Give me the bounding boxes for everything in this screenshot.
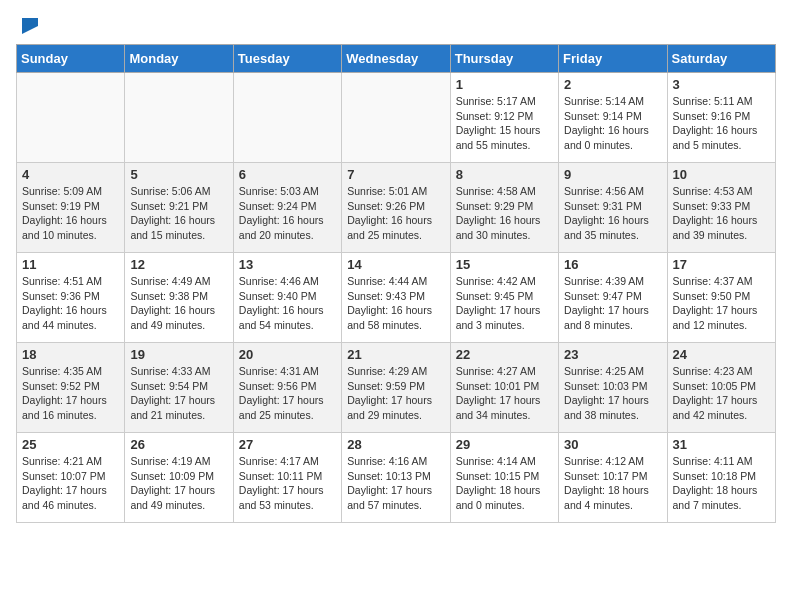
calendar-cell: 3Sunrise: 5:11 AM Sunset: 9:16 PM Daylig… (667, 73, 775, 163)
day-number: 19 (130, 347, 227, 362)
day-info: Sunrise: 4:53 AM Sunset: 9:33 PM Dayligh… (673, 184, 770, 243)
day-info: Sunrise: 4:27 AM Sunset: 10:01 PM Daylig… (456, 364, 553, 423)
day-info: Sunrise: 4:11 AM Sunset: 10:18 PM Daylig… (673, 454, 770, 513)
day-number: 23 (564, 347, 661, 362)
calendar-cell: 20Sunrise: 4:31 AM Sunset: 9:56 PM Dayli… (233, 343, 341, 433)
day-number: 10 (673, 167, 770, 182)
day-info: Sunrise: 4:14 AM Sunset: 10:15 PM Daylig… (456, 454, 553, 513)
day-info: Sunrise: 4:46 AM Sunset: 9:40 PM Dayligh… (239, 274, 336, 333)
weekday-header-friday: Friday (559, 45, 667, 73)
calendar-week-row: 18Sunrise: 4:35 AM Sunset: 9:52 PM Dayli… (17, 343, 776, 433)
day-info: Sunrise: 4:29 AM Sunset: 9:59 PM Dayligh… (347, 364, 444, 423)
day-number: 8 (456, 167, 553, 182)
calendar-cell: 22Sunrise: 4:27 AM Sunset: 10:01 PM Dayl… (450, 343, 558, 433)
calendar-cell: 1Sunrise: 5:17 AM Sunset: 9:12 PM Daylig… (450, 73, 558, 163)
day-number: 4 (22, 167, 119, 182)
calendar-cell: 29Sunrise: 4:14 AM Sunset: 10:15 PM Dayl… (450, 433, 558, 523)
calendar-table: SundayMondayTuesdayWednesdayThursdayFrid… (16, 44, 776, 523)
weekday-header-wednesday: Wednesday (342, 45, 450, 73)
calendar-cell: 9Sunrise: 4:56 AM Sunset: 9:31 PM Daylig… (559, 163, 667, 253)
calendar-cell: 11Sunrise: 4:51 AM Sunset: 9:36 PM Dayli… (17, 253, 125, 343)
calendar-cell: 30Sunrise: 4:12 AM Sunset: 10:17 PM Dayl… (559, 433, 667, 523)
day-number: 9 (564, 167, 661, 182)
weekday-header-tuesday: Tuesday (233, 45, 341, 73)
calendar-cell: 16Sunrise: 4:39 AM Sunset: 9:47 PM Dayli… (559, 253, 667, 343)
day-number: 5 (130, 167, 227, 182)
day-info: Sunrise: 4:33 AM Sunset: 9:54 PM Dayligh… (130, 364, 227, 423)
calendar-cell: 8Sunrise: 4:58 AM Sunset: 9:29 PM Daylig… (450, 163, 558, 253)
day-number: 29 (456, 437, 553, 452)
calendar-cell: 19Sunrise: 4:33 AM Sunset: 9:54 PM Dayli… (125, 343, 233, 433)
day-info: Sunrise: 4:23 AM Sunset: 10:05 PM Daylig… (673, 364, 770, 423)
day-number: 12 (130, 257, 227, 272)
day-info: Sunrise: 5:14 AM Sunset: 9:14 PM Dayligh… (564, 94, 661, 153)
day-info: Sunrise: 4:31 AM Sunset: 9:56 PM Dayligh… (239, 364, 336, 423)
calendar-cell: 5Sunrise: 5:06 AM Sunset: 9:21 PM Daylig… (125, 163, 233, 253)
calendar-week-row: 1Sunrise: 5:17 AM Sunset: 9:12 PM Daylig… (17, 73, 776, 163)
day-number: 27 (239, 437, 336, 452)
calendar-cell (233, 73, 341, 163)
weekday-header-thursday: Thursday (450, 45, 558, 73)
calendar-week-row: 11Sunrise: 4:51 AM Sunset: 9:36 PM Dayli… (17, 253, 776, 343)
day-number: 17 (673, 257, 770, 272)
calendar-cell: 26Sunrise: 4:19 AM Sunset: 10:09 PM Dayl… (125, 433, 233, 523)
calendar-cell: 2Sunrise: 5:14 AM Sunset: 9:14 PM Daylig… (559, 73, 667, 163)
calendar-cell (17, 73, 125, 163)
day-number: 15 (456, 257, 553, 272)
day-number: 13 (239, 257, 336, 272)
day-info: Sunrise: 5:11 AM Sunset: 9:16 PM Dayligh… (673, 94, 770, 153)
calendar-cell: 10Sunrise: 4:53 AM Sunset: 9:33 PM Dayli… (667, 163, 775, 253)
day-number: 25 (22, 437, 119, 452)
day-info: Sunrise: 5:17 AM Sunset: 9:12 PM Dayligh… (456, 94, 553, 153)
calendar-cell: 25Sunrise: 4:21 AM Sunset: 10:07 PM Dayl… (17, 433, 125, 523)
day-info: Sunrise: 4:58 AM Sunset: 9:29 PM Dayligh… (456, 184, 553, 243)
day-info: Sunrise: 4:12 AM Sunset: 10:17 PM Daylig… (564, 454, 661, 513)
calendar-cell (125, 73, 233, 163)
day-info: Sunrise: 5:09 AM Sunset: 9:19 PM Dayligh… (22, 184, 119, 243)
day-number: 11 (22, 257, 119, 272)
day-number: 22 (456, 347, 553, 362)
weekday-header-sunday: Sunday (17, 45, 125, 73)
weekday-header-monday: Monday (125, 45, 233, 73)
calendar-cell: 12Sunrise: 4:49 AM Sunset: 9:38 PM Dayli… (125, 253, 233, 343)
day-number: 24 (673, 347, 770, 362)
day-number: 7 (347, 167, 444, 182)
day-number: 31 (673, 437, 770, 452)
calendar-header-row: SundayMondayTuesdayWednesdayThursdayFrid… (17, 45, 776, 73)
calendar-cell: 14Sunrise: 4:44 AM Sunset: 9:43 PM Dayli… (342, 253, 450, 343)
day-info: Sunrise: 4:39 AM Sunset: 9:47 PM Dayligh… (564, 274, 661, 333)
day-number: 21 (347, 347, 444, 362)
calendar-cell: 18Sunrise: 4:35 AM Sunset: 9:52 PM Dayli… (17, 343, 125, 433)
day-number: 2 (564, 77, 661, 92)
day-number: 1 (456, 77, 553, 92)
calendar-cell: 24Sunrise: 4:23 AM Sunset: 10:05 PM Dayl… (667, 343, 775, 433)
calendar-cell: 17Sunrise: 4:37 AM Sunset: 9:50 PM Dayli… (667, 253, 775, 343)
day-info: Sunrise: 4:44 AM Sunset: 9:43 PM Dayligh… (347, 274, 444, 333)
day-info: Sunrise: 4:25 AM Sunset: 10:03 PM Daylig… (564, 364, 661, 423)
day-info: Sunrise: 4:16 AM Sunset: 10:13 PM Daylig… (347, 454, 444, 513)
day-number: 26 (130, 437, 227, 452)
day-info: Sunrise: 4:51 AM Sunset: 9:36 PM Dayligh… (22, 274, 119, 333)
weekday-header-saturday: Saturday (667, 45, 775, 73)
day-number: 6 (239, 167, 336, 182)
day-info: Sunrise: 5:01 AM Sunset: 9:26 PM Dayligh… (347, 184, 444, 243)
logo-flag-icon (18, 16, 42, 36)
day-info: Sunrise: 4:19 AM Sunset: 10:09 PM Daylig… (130, 454, 227, 513)
calendar-cell: 21Sunrise: 4:29 AM Sunset: 9:59 PM Dayli… (342, 343, 450, 433)
calendar-cell: 6Sunrise: 5:03 AM Sunset: 9:24 PM Daylig… (233, 163, 341, 253)
day-info: Sunrise: 4:35 AM Sunset: 9:52 PM Dayligh… (22, 364, 119, 423)
calendar-cell: 13Sunrise: 4:46 AM Sunset: 9:40 PM Dayli… (233, 253, 341, 343)
day-info: Sunrise: 4:56 AM Sunset: 9:31 PM Dayligh… (564, 184, 661, 243)
day-info: Sunrise: 4:21 AM Sunset: 10:07 PM Daylig… (22, 454, 119, 513)
calendar-cell: 15Sunrise: 4:42 AM Sunset: 9:45 PM Dayli… (450, 253, 558, 343)
day-number: 28 (347, 437, 444, 452)
day-info: Sunrise: 4:37 AM Sunset: 9:50 PM Dayligh… (673, 274, 770, 333)
day-number: 30 (564, 437, 661, 452)
calendar-cell: 4Sunrise: 5:09 AM Sunset: 9:19 PM Daylig… (17, 163, 125, 253)
calendar-week-row: 4Sunrise: 5:09 AM Sunset: 9:19 PM Daylig… (17, 163, 776, 253)
calendar-week-row: 25Sunrise: 4:21 AM Sunset: 10:07 PM Dayl… (17, 433, 776, 523)
day-info: Sunrise: 4:42 AM Sunset: 9:45 PM Dayligh… (456, 274, 553, 333)
calendar-cell (342, 73, 450, 163)
calendar-cell: 23Sunrise: 4:25 AM Sunset: 10:03 PM Dayl… (559, 343, 667, 433)
day-number: 3 (673, 77, 770, 92)
